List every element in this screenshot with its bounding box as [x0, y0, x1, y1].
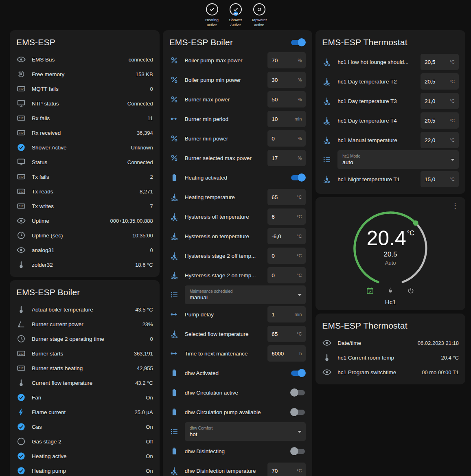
select-input[interactable]: dhw Comforthot [185, 422, 306, 441]
entity-row[interactable]: Free memory153 KB [16, 67, 153, 81]
number-input[interactable]: -6,0°C [267, 228, 306, 244]
entity-row[interactable]: 012Burner starts heating42,955 [16, 361, 153, 375]
number-input[interactable]: 21,0°C [421, 93, 459, 109]
number-input[interactable]: 15,0°C [421, 171, 459, 187]
memory-icon [16, 69, 26, 79]
number-input[interactable]: 65°C [267, 326, 306, 342]
badge-shower-active[interactable]: LINK ShowerActive [226, 3, 245, 27]
entity-row[interactable]: GasOn [16, 419, 153, 434]
coolant-icon [169, 231, 179, 241]
thermostat-dial[interactable]: 20.4°C 20.5 Auto [346, 204, 435, 285]
entity-row[interactable]: analog310 [16, 243, 153, 257]
select-input[interactable]: hc1 Modeauto [337, 150, 459, 169]
entity-row[interactable]: Uptime000+10:35:00.888 [16, 213, 153, 228]
entity-row[interactable]: FanOn [16, 390, 153, 405]
entity-value: Unknown [131, 145, 153, 151]
entity-name: Tx reads [32, 189, 136, 195]
number-input[interactable]: 0% [267, 130, 306, 147]
number-input[interactable]: 30% [267, 72, 306, 88]
toggle-switch[interactable] [290, 173, 306, 182]
number-input[interactable]: 70°C [267, 463, 306, 476]
entity-value: 11 [147, 115, 153, 121]
card-title: EMS-ESP [16, 37, 153, 47]
heat-mode-button[interactable] [386, 287, 394, 295]
entity-row[interactable]: 012Tx writes7 [16, 199, 153, 213]
entity-value: On [146, 395, 153, 401]
entity-row: dhw Disinfecting [169, 441, 306, 461]
power-off-button[interactable] [407, 287, 415, 295]
toggle-switch[interactable] [290, 388, 306, 397]
entity-row[interactable]: StatusConnected [16, 155, 153, 169]
badge-label: Tapwateractive [251, 18, 267, 27]
entity-row[interactable]: Heating activeOn [16, 449, 153, 463]
entity-row[interactable]: 012Tx reads8,271 [16, 184, 153, 199]
entity-row[interactable]: Burner stage 2 operating time0 [16, 331, 153, 346]
toggle-switch[interactable] [290, 447, 306, 455]
number-input[interactable]: 20,5°C [421, 73, 459, 90]
number-input[interactable]: 17% [267, 150, 306, 166]
toggle-switch[interactable] [290, 369, 306, 377]
entity-row[interactable]: Heating pumpOn [16, 463, 153, 476]
entity-name: dhw Circulation pump available [185, 409, 284, 415]
entity-row[interactable]: Date/time06.02.2023 21:18 [322, 336, 459, 350]
entity-row: hc1 Modeauto [322, 150, 459, 169]
number-input[interactable]: 65°C [267, 189, 306, 205]
number-input[interactable]: 50% [267, 91, 306, 107]
badge-tapwater-active[interactable]: Tapwateractive [250, 3, 269, 27]
entity-value: 25.0 µA [135, 409, 153, 415]
entity-row[interactable]: 012MQTT fails0 [16, 81, 153, 96]
number-input[interactable]: 1min [267, 306, 306, 322]
entity-row[interactable]: Flame current25.0 µA [16, 405, 153, 419]
more-options-icon[interactable]: ⋮ [450, 200, 460, 211]
entity-row: dhw Activated [169, 363, 306, 383]
battery-icon [169, 407, 179, 417]
entity-name: Burner max power [185, 97, 261, 103]
entity-row[interactable]: 012Tx fails2 [16, 169, 153, 184]
entity-name: Heating temperature [185, 194, 261, 200]
entity-row[interactable]: 012Rx fails11 [16, 111, 153, 125]
entity-row: Hysteresis on temperature-6,0°C [169, 226, 306, 246]
entity-row[interactable]: NTP statusConnected [16, 96, 153, 111]
number-input[interactable]: 0°C [267, 267, 306, 283]
number-input[interactable]: 22,0°C [421, 132, 459, 148]
number-input[interactable]: 70% [267, 52, 306, 68]
entity-row[interactable]: Actual boiler temperature43.5 °C [16, 302, 153, 317]
angle-icon [16, 319, 26, 329]
entity-row[interactable]: Gas stage 2Off [16, 434, 153, 449]
number-input[interactable]: 0°C [267, 248, 306, 264]
entity-name: Actual boiler temperature [32, 307, 132, 313]
entity-row[interactable]: EMS Busconnected [16, 52, 153, 67]
badge-heating-active[interactable]: Heatingactive [202, 3, 222, 27]
entity-row[interactable]: 012Burner starts363,191 [16, 346, 153, 361]
number-input[interactable]: 6°C [267, 208, 306, 225]
number-input[interactable]: 20,5°C [421, 54, 459, 70]
entity-row[interactable]: hc1 Program switchtime00 mo 00:00 T1 [322, 365, 459, 379]
entity-name: Selected flow temperature [185, 331, 261, 337]
select-input[interactable]: Maintenance scheduledmanual [185, 285, 306, 304]
entity-name: hc1 Night temperature T1 [337, 176, 414, 182]
entity-name: hc1 Current room temp [337, 355, 438, 361]
entity-row[interactable]: Shower ActiveUnknown [16, 140, 153, 155]
entity-value: 20.4 °C [441, 355, 459, 361]
hvac-mode-label: Auto [385, 260, 396, 266]
coolant-icon [322, 57, 332, 67]
counter-icon: 012 [16, 363, 26, 373]
counter-icon: 012 [16, 84, 26, 94]
entity-row[interactable]: 012Rx received36,394 [16, 125, 153, 140]
number-input[interactable]: 6000h [267, 345, 306, 362]
entity-row: Maintenance scheduledmanual [169, 285, 306, 305]
schedule-mode-button[interactable] [366, 287, 374, 295]
entity-row[interactable]: Burner current power23% [16, 317, 153, 331]
number-input[interactable]: 20,5°C [421, 112, 459, 129]
list-icon [322, 155, 332, 165]
toggle-switch[interactable] [290, 408, 306, 416]
card-toggle-switch[interactable] [290, 38, 306, 46]
check-circle-icon [16, 451, 26, 461]
number-input[interactable]: 10min [267, 111, 306, 127]
entity-row[interactable]: Current flow temperature43.2 °C [16, 375, 153, 390]
entity-name: Tx fails [32, 174, 147, 180]
entity-row[interactable]: zolder3218.6 °C [16, 257, 153, 272]
entity-row[interactable]: hc1 Current room temp20.4 °C [322, 350, 459, 365]
coolant-icon [322, 174, 332, 184]
entity-row[interactable]: Uptime (sec)10:35:00 [16, 228, 153, 243]
